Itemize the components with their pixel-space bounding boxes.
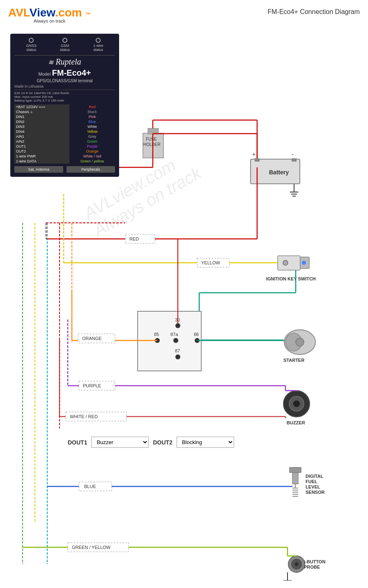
svg-text:-: - — [292, 151, 294, 157]
gnss-circle — [29, 38, 34, 43]
svg-text:GREEN / YELLOW: GREEN / YELLOW — [72, 545, 111, 550]
table-row: AIN1 Grey — [14, 134, 115, 139]
svg-point-60 — [285, 333, 302, 351]
svg-text:BLUE: BLUE — [84, 484, 96, 489]
svg-text:IGNITION KEY SWITCH: IGNITION KEY SWITCH — [266, 276, 316, 281]
svg-point-72 — [293, 400, 300, 407]
dout2-label: DOUT2 — [153, 439, 172, 446]
svg-text:PURPLE: PURPLE — [83, 383, 101, 388]
svg-text:HOLDER: HOLDER — [143, 142, 161, 147]
svg-rect-43 — [138, 311, 201, 371]
model-name: FM-Eco4+ — [52, 68, 91, 77]
antenna-row: Sat. Antenna Peripherals — [14, 166, 115, 173]
svg-text:BUZZER: BUZZER — [287, 420, 305, 425]
logo-area: AVLView.com ™ Always on track — [8, 6, 91, 23]
svg-text:FUSE: FUSE — [146, 137, 157, 141]
onewire-circle — [96, 38, 101, 43]
svg-point-51 — [195, 338, 200, 343]
svg-text:i-BUTTON: i-BUTTON — [304, 559, 325, 564]
svg-point-45 — [175, 323, 180, 328]
svg-rect-32 — [300, 257, 309, 269]
svg-text:+: + — [252, 151, 255, 157]
svg-point-71 — [289, 396, 304, 411]
svg-point-70 — [283, 391, 310, 417]
table-row: DIN1 Pink — [14, 114, 115, 119]
table-row: OUT2 Orange — [14, 149, 115, 154]
svg-text:ORANGE: ORANGE — [82, 336, 102, 341]
model-line: Model FM-Eco4+ — [14, 68, 115, 78]
svg-rect-9 — [292, 158, 297, 162]
svg-text:SENSOR: SENSOR — [306, 490, 325, 495]
diagram-title: FM-Eco4+ Connection Diagram — [267, 8, 360, 16]
gsm-status: GSM status — [60, 38, 70, 52]
svg-point-47 — [155, 338, 160, 343]
svg-point-33 — [302, 261, 306, 265]
svg-text:RED: RED — [129, 236, 139, 241]
svg-point-61 — [296, 338, 304, 346]
svg-rect-0 — [143, 133, 163, 158]
dout1-select[interactable]: Buzzer Blocking None — [91, 437, 149, 448]
peripherals-button[interactable]: Peripherals — [67, 166, 115, 173]
logo-tagline: Always on track — [8, 19, 91, 23]
svg-point-53 — [175, 354, 180, 359]
svg-point-31 — [283, 260, 288, 265]
svg-text:LEVEL: LEVEL — [306, 484, 320, 489]
model-subtitle: GPS/GLONASS/GSM terminal — [14, 79, 115, 83]
svg-rect-21 — [125, 234, 155, 243]
sat-antenna-button[interactable]: Sat. Antenna — [14, 166, 63, 173]
svg-text:Battery: Battery — [269, 169, 289, 176]
table-row: Chassis ⏚ Black — [14, 109, 115, 114]
pin-table: +BAT 12/24V === Red Chassis ⏚ Black DIN1… — [14, 104, 115, 164]
diagram-area: AVLview.comAlways on track GNSS status G… — [0, 30, 368, 581]
table-row: +BAT 12/24V === Red — [14, 104, 115, 109]
svg-text:85: 85 — [154, 332, 159, 337]
svg-point-59 — [284, 330, 315, 354]
svg-text:YELLOW: YELLOW — [201, 260, 220, 265]
svg-text:30: 30 — [175, 317, 180, 322]
svg-point-111 — [292, 559, 301, 569]
svg-text:86: 86 — [194, 332, 199, 337]
svg-text:87a: 87a — [170, 332, 178, 337]
brand-name: ≋ Ruptela — [14, 55, 115, 67]
svg-text:STARTER: STARTER — [283, 358, 304, 363]
svg-rect-1 — [148, 128, 159, 134]
svg-point-49 — [173, 338, 178, 343]
table-row: 1-wire DATA Green / yellow — [14, 159, 115, 164]
svg-rect-28 — [197, 258, 229, 267]
svg-rect-54 — [78, 334, 115, 343]
device-box: GNSS status GSM status 1-wire status ≋ R… — [10, 34, 119, 177]
svg-rect-65 — [79, 381, 115, 390]
svg-rect-106 — [68, 543, 129, 552]
svg-point-112 — [294, 562, 299, 566]
svg-text:PROBE: PROBE — [304, 565, 320, 569]
svg-rect-30 — [278, 256, 300, 270]
table-row: DIN4 Yellow — [14, 129, 115, 134]
table-row: 1-wire PWR White / red — [14, 154, 115, 159]
svg-text:FUEL: FUEL — [306, 479, 317, 484]
svg-rect-8 — [255, 158, 260, 162]
svg-rect-94 — [290, 468, 301, 472]
gsm-circle — [62, 38, 67, 43]
dout1-label: DOUT1 — [68, 439, 87, 446]
svg-point-110 — [288, 556, 305, 572]
table-row: DIN2 Blue — [14, 119, 115, 124]
cert-info: E26 10 R 04 1084*00 CE 1304 RoHS Max. in… — [14, 90, 115, 102]
svg-text:DIGITAL: DIGITAL — [306, 474, 323, 479]
logo-text: AVLView.com ™ — [8, 6, 91, 19]
svg-text:87: 87 — [175, 348, 180, 353]
svg-rect-77 — [66, 412, 126, 421]
svg-rect-93 — [292, 468, 298, 484]
dout-row: DOUT1 Buzzer Blocking None DOUT2 Blockin… — [68, 437, 234, 448]
status-row: GNSS status GSM status 1-wire status — [14, 38, 115, 52]
dout2-select[interactable]: Blocking Buzzer None — [177, 437, 234, 448]
svg-rect-4 — [251, 159, 300, 184]
svg-rect-89 — [79, 482, 112, 491]
table-row: DIN3 White — [14, 124, 115, 129]
table-row: OUT1 Purple — [14, 144, 115, 149]
page-header: AVLView.com ™ Always on track FM-Eco4+ C… — [0, 0, 368, 28]
svg-text:WHITE / RED: WHITE / RED — [70, 414, 98, 419]
gnss-status: GNSS status — [26, 38, 37, 52]
table-row: AIN2 Green — [14, 139, 115, 144]
onewire-status: 1-wire status — [93, 38, 104, 52]
made-in: Made in Lithuania — [14, 84, 115, 88]
